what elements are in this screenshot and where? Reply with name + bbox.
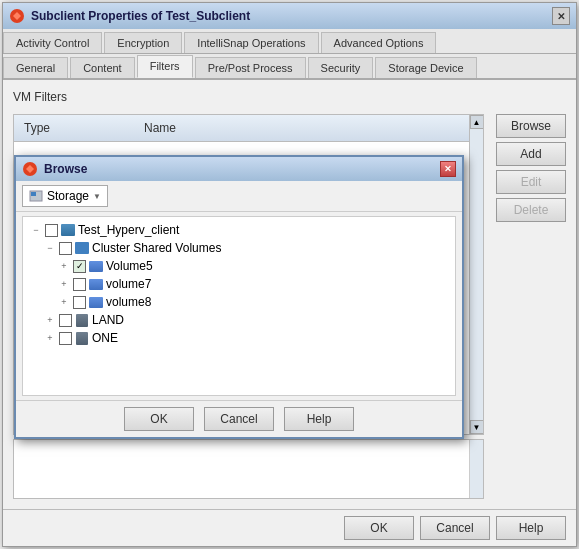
tab-filters[interactable]: Filters: [137, 55, 193, 78]
storage-label: Storage: [47, 189, 89, 203]
col-name: Name: [140, 119, 180, 137]
tab-intellisnap[interactable]: IntelliSnap Operations: [184, 32, 318, 53]
tab-prepost[interactable]: Pre/Post Process: [195, 57, 306, 78]
svg-rect-3: [31, 192, 36, 196]
edit-button[interactable]: Edit: [496, 170, 566, 194]
expand-icon-one[interactable]: +: [43, 331, 57, 345]
tree-item-volume7[interactable]: + volume7: [57, 275, 449, 293]
delete-button[interactable]: Delete: [496, 198, 566, 222]
browse-tree[interactable]: − Test_Hyperv_client − Cluster Shared Vo…: [22, 216, 456, 396]
expand-icon-volume5[interactable]: +: [57, 259, 71, 273]
expand-icon-hyperv[interactable]: −: [29, 223, 43, 237]
tab-security[interactable]: Security: [308, 57, 374, 78]
description-area: [13, 439, 484, 499]
tree-label-volume7: volume7: [106, 277, 151, 291]
browse-toolbar: Storage ▼: [16, 181, 462, 212]
tree-label-volume8: volume8: [106, 295, 151, 309]
expand-icon-cluster[interactable]: −: [43, 241, 57, 255]
help-button[interactable]: Help: [496, 516, 566, 540]
scroll-indicator: ▲ ▼: [469, 115, 483, 434]
checkbox-volume8[interactable]: [73, 296, 86, 309]
app-icon: [9, 8, 25, 24]
cancel-button[interactable]: Cancel: [420, 516, 490, 540]
text-area-scrollbar[interactable]: [469, 440, 483, 498]
browse-dialog-title: Browse: [44, 162, 434, 176]
tree-item-cluster[interactable]: − Cluster Shared Volumes: [43, 239, 449, 257]
tabs-row-2: General Content Filters Pre/Post Process…: [3, 54, 576, 80]
right-buttons: Browse Add Edit Delete: [496, 114, 566, 499]
tab-content[interactable]: Content: [70, 57, 135, 78]
col-type: Type: [20, 119, 140, 137]
tree-label-cluster: Cluster Shared Volumes: [92, 241, 221, 255]
checkbox-hyperv[interactable]: [45, 224, 58, 237]
browse-dialog: Browse ✕ Storage ▼ − Test_Hyperv_: [14, 155, 464, 439]
tree-label-volume5: Volume5: [106, 259, 153, 273]
browse-dialog-icon: [22, 161, 38, 177]
tree-label-hyperv: Test_Hyperv_client: [78, 223, 179, 237]
checkbox-volume7[interactable]: [73, 278, 86, 291]
checkbox-one[interactable]: [59, 332, 72, 345]
scroll-up[interactable]: ▲: [470, 115, 484, 129]
server-icon-hyperv: [60, 222, 76, 238]
expand-icon-volume7[interactable]: +: [57, 277, 71, 291]
disk-icon-volume7: [88, 276, 104, 292]
browse-dialog-buttons: OK Cancel Help: [16, 400, 462, 437]
tab-encryption[interactable]: Encryption: [104, 32, 182, 53]
vm-filters-label: VM Filters: [13, 90, 566, 104]
tab-storage-device[interactable]: Storage Device: [375, 57, 476, 78]
folder-icon-cluster: [74, 240, 90, 256]
disk-icon-volume5: [88, 258, 104, 274]
ok-button[interactable]: OK: [344, 516, 414, 540]
window-title: Subclient Properties of Test_Subclient: [31, 9, 546, 23]
disk-icon-volume8: [88, 294, 104, 310]
storage-dropdown[interactable]: Storage ▼: [22, 185, 108, 207]
main-window: Subclient Properties of Test_Subclient ✕…: [2, 2, 577, 547]
storage-icon: [29, 190, 43, 202]
tab-general[interactable]: General: [3, 57, 68, 78]
building-icon-one: [74, 330, 90, 346]
tab-activity-control[interactable]: Activity Control: [3, 32, 102, 53]
building-icon-land: [74, 312, 90, 328]
tabs-row-1: Activity Control Encryption IntelliSnap …: [3, 29, 576, 54]
tree-item-volume8[interactable]: + volume8: [57, 293, 449, 311]
expand-icon-land[interactable]: +: [43, 313, 57, 327]
filters-header: Type Name ▲ ▼: [14, 115, 483, 142]
tree-label-land: LAND: [92, 313, 124, 327]
tree-item-volume5[interactable]: + ✓ Volume5: [57, 257, 449, 275]
tree-item-land[interactable]: + LAND: [43, 311, 449, 329]
browse-button[interactable]: Browse: [496, 114, 566, 138]
bottom-bar: OK Cancel Help: [3, 509, 576, 546]
checkbox-land[interactable]: [59, 314, 72, 327]
scroll-down[interactable]: ▼: [470, 420, 484, 434]
tree-item-one[interactable]: + ONE: [43, 329, 449, 347]
checkbox-volume5[interactable]: ✓: [73, 260, 86, 273]
tree-label-one: ONE: [92, 331, 118, 345]
tree-item-test-hyperv-client[interactable]: − Test_Hyperv_client: [29, 221, 449, 239]
title-bar: Subclient Properties of Test_Subclient ✕: [3, 3, 576, 29]
dropdown-arrow-icon[interactable]: ▼: [93, 192, 101, 201]
browse-cancel-button[interactable]: Cancel: [204, 407, 274, 431]
tab-advanced-options[interactable]: Advanced Options: [321, 32, 437, 53]
browse-close-button[interactable]: ✕: [440, 161, 456, 177]
add-button[interactable]: Add: [496, 142, 566, 166]
browse-ok-button[interactable]: OK: [124, 407, 194, 431]
browse-help-button[interactable]: Help: [284, 407, 354, 431]
close-button[interactable]: ✕: [552, 7, 570, 25]
checkbox-cluster[interactable]: [59, 242, 72, 255]
browse-title-bar: Browse ✕: [16, 157, 462, 181]
expand-icon-volume8[interactable]: +: [57, 295, 71, 309]
